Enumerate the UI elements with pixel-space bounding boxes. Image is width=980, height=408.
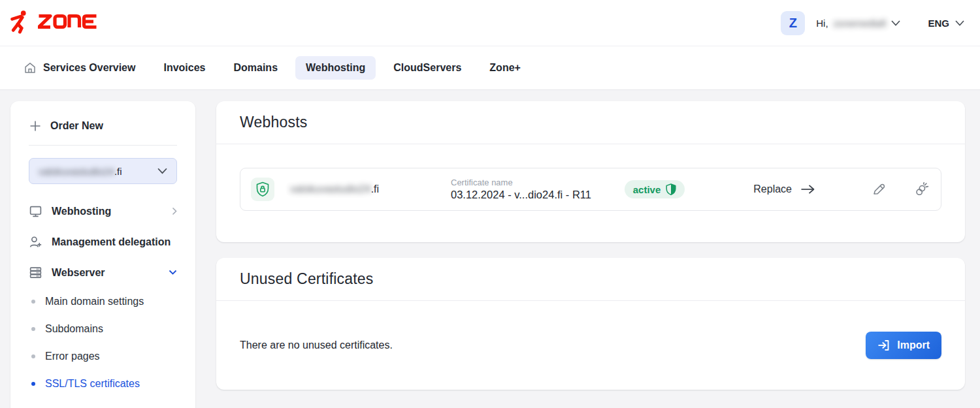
unlink-button[interactable] [913,181,930,198]
main-nav: Services Overview Invoices Domains Webho… [0,46,980,90]
user-avatar[interactable]: Z [781,11,805,35]
unused-certificates-title: Unused Certificates [240,270,941,288]
sidebar-subitem-ssl-tls-certificates[interactable]: SSL/TLS certificates [29,370,177,398]
sidebar-item-label: Webhosting [52,206,163,217]
sidebar-subitem-label: SSL/TLS certificates [45,378,140,390]
sidebar-item-webhosting[interactable]: Webhosting [29,196,177,227]
nav-invoices[interactable]: Invoices [153,56,216,80]
webhosts-header: Webhosts [216,101,965,144]
unused-certificates-body: There are no unused certificates. Import [216,301,965,390]
webhosts-body: valokuvastudio24.fi Certificate name 03.… [216,144,965,242]
home-icon [24,61,37,74]
top-bar-right: Z Hi, zonemediafi ENG [781,11,964,35]
sidebar-subitem-main-domain-settings[interactable]: Main domain settings [29,288,177,315]
top-bar: Z Hi, zonemediafi ENG [0,0,980,46]
chevron-down-icon [955,20,964,26]
nav-webhosting[interactable]: Webhosting [295,56,376,80]
unlink-icon [914,182,929,196]
nav-label: Webhosting [306,62,365,74]
domain-masked: valokuvastudio24 [290,183,371,195]
runner-icon [10,9,31,37]
certificate-name-label: Certificate name [451,178,625,187]
user-menu[interactable]: Hi, zonemediafi [816,18,900,29]
bullet-icon [31,354,35,358]
language-label: ENG [928,18,949,29]
chevron-right-icon [172,207,177,215]
content-area: Order New valokuvastudio24.fi Webhosting [0,90,980,408]
order-new-label: Order New [50,120,103,132]
monitor-icon [29,204,42,218]
shield-lock-icon [251,178,274,201]
webhost-domain: valokuvastudio24.fi [290,183,451,195]
replace-button[interactable]: Replace [753,183,815,195]
zone-logo[interactable] [10,9,98,37]
sidebar-subitem-subdomains[interactable]: Subdomains [29,315,177,343]
nav-label: Domains [233,62,278,74]
nav-domains[interactable]: Domains [223,56,288,80]
domain-masked: valokuvastudio24 [39,166,114,177]
status-badge: active [625,180,685,198]
domain-suffix: .fi [371,183,379,195]
edit-button[interactable] [871,181,887,197]
import-label: Import [897,339,930,351]
sidebar-subitem-error-pages[interactable]: Error pages [29,343,177,370]
nav-services-overview[interactable]: Services Overview [13,55,146,80]
zone-wordmark [38,12,98,34]
pencil-icon [872,183,885,196]
sidebar-item-label: Management delegation [52,236,177,248]
sidebar-subitem-label: Main domain settings [45,296,144,307]
sidebar-menu: Webhosting Management delegation [29,196,177,398]
certificate-name-value: 03.12.2024 - v...dio24.fi - R11 [451,189,625,201]
nav-label: CloudServers [393,62,461,74]
bullet-icon [31,327,35,331]
person-add-icon [29,235,42,249]
sidebar: Order New valokuvastudio24.fi Webhosting [10,101,195,408]
sidebar-item-management-delegation[interactable]: Management delegation [29,227,177,257]
username-masked: zonemediafi [834,18,887,29]
greeting-prefix: Hi, [816,18,828,29]
arrow-right-icon [800,184,815,195]
nav-label: Invoices [163,62,205,74]
plus-icon [29,119,42,133]
status-text: active [633,184,661,195]
nav-label: Services Overview [43,62,135,74]
import-button[interactable]: Import [866,332,941,359]
unused-certificates-card: Unused Certificates There are no unused … [216,258,965,390]
divider [29,145,177,146]
domain-suffix: .fi [114,166,122,177]
chevron-down-icon [169,270,177,275]
sidebar-item-label: Webserver [52,267,159,279]
bullet-icon [31,300,35,304]
chevron-down-icon [157,168,167,174]
bullet-icon [31,382,35,386]
nav-cloudservers[interactable]: CloudServers [383,56,472,80]
sidebar-subitem-label: Error pages [45,351,100,362]
sidebar-subitem-label: Subdomains [45,323,103,335]
nav-label: Zone+ [489,62,521,74]
replace-label: Replace [753,183,792,195]
server-icon [29,266,42,279]
nav-zone-plus[interactable]: Zone+ [479,56,531,80]
domain-select[interactable]: valokuvastudio24.fi [29,158,177,184]
webhosts-title: Webhosts [240,114,941,131]
unused-certificates-header: Unused Certificates [216,258,965,301]
order-new-button[interactable]: Order New [29,117,177,135]
import-icon [877,339,890,352]
certificate-info: Certificate name 03.12.2024 - v...dio24.… [451,178,625,201]
language-selector[interactable]: ENG [928,18,964,29]
sidebar-item-webserver[interactable]: Webserver [29,257,177,288]
webhosts-card: Webhosts valokuvastudio24 [216,101,965,242]
selected-domain: valokuvastudio24.fi [39,166,122,177]
empty-state-text: There are no unused certificates. [240,339,393,351]
webhost-row: valokuvastudio24.fi Certificate name 03.… [240,168,941,211]
main-column: Webhosts valokuvastudio24 [216,101,965,390]
shield-half-icon [666,183,676,195]
chevron-down-icon [891,20,900,26]
